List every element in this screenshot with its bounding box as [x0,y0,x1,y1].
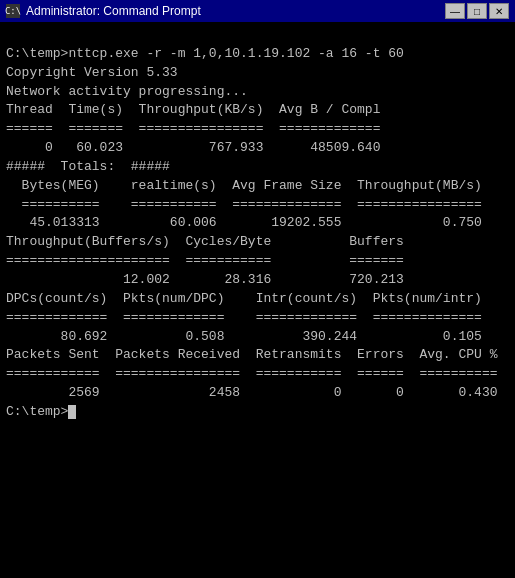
terminal-line: ============= ============= ============… [6,309,509,328]
terminal-line: 2569 2458 0 0 0.430 [6,384,509,403]
terminal-line: 12.002 28.316 720.213 [6,271,509,290]
window-controls: — □ ✕ [445,3,509,19]
terminal-line: ====== ======= ================ ========… [6,120,509,139]
terminal-line: 0 60.023 767.933 48509.640 [6,139,509,158]
terminal-line: Bytes(MEG) realtime(s) Avg Frame Size Th… [6,177,509,196]
title-bar: C:\ Administrator: Command Prompt — □ ✕ [0,0,515,22]
terminal-line: Packets Sent Packets Received Retransmit… [6,346,509,365]
terminal-line: 80.692 0.508 390.244 0.105 [6,328,509,347]
minimize-button[interactable]: — [445,3,465,19]
maximize-button[interactable]: □ [467,3,487,19]
terminal-line: Copyright Version 5.33 [6,64,509,83]
terminal-output: C:\temp>nttcp.exe -r -m 1,0,10.1.19.102 … [0,22,515,578]
terminal-line: Thread Time(s) Throughput(KB/s) Avg B / … [6,101,509,120]
cursor [68,405,76,419]
terminal-line: ===================== =========== ======… [6,252,509,271]
terminal-line: ##### Totals: ##### [6,158,509,177]
terminal-line: C:\temp>nttcp.exe -r -m 1,0,10.1.19.102 … [6,45,509,64]
terminal-line: ========== =========== ============== ==… [6,196,509,215]
terminal-line: Throughput(Buffers/s) Cycles/Byte Buffer… [6,233,509,252]
terminal-line: C:\temp> [6,403,509,422]
close-button[interactable]: ✕ [489,3,509,19]
terminal-line: ============ ================ ==========… [6,365,509,384]
terminal-line: Network activity progressing... [6,83,509,102]
terminal-line: DPCs(count/s) Pkts(num/DPC) Intr(count/s… [6,290,509,309]
terminal-line: 45.013313 60.006 19202.555 0.750 [6,214,509,233]
app-icon: C:\ [6,4,20,18]
window-title: Administrator: Command Prompt [26,4,201,18]
